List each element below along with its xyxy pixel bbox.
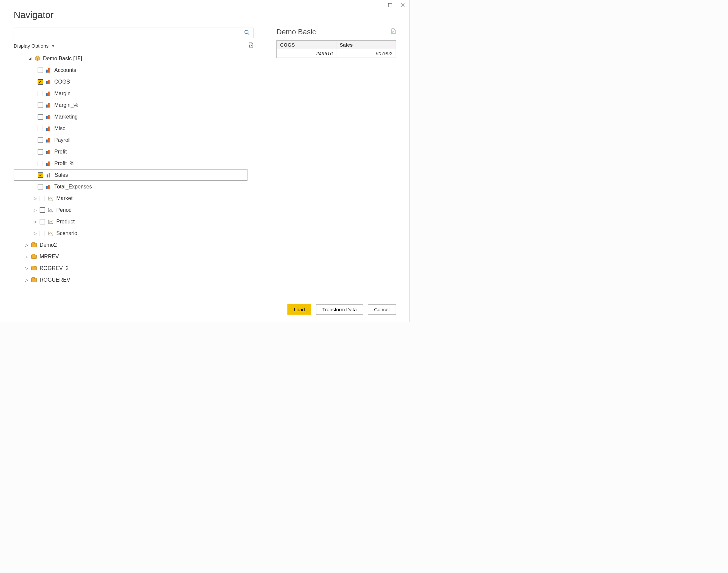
- bar-chart-icon: [46, 173, 52, 177]
- bar-chart-icon: [46, 185, 52, 189]
- checkbox[interactable]: [38, 161, 43, 166]
- bar-chart-icon: [46, 161, 52, 166]
- folder-icon: [31, 243, 37, 247]
- tree-item-label: Accounts: [54, 67, 76, 73]
- tree-item[interactable]: COGS: [14, 76, 248, 88]
- tree-item[interactable]: ▷ Scenario: [14, 227, 248, 239]
- expand-arrow-icon[interactable]: ▷: [24, 254, 28, 259]
- bar-chart-icon: [46, 138, 52, 143]
- folder-icon: [31, 266, 37, 270]
- svg-rect-20: [48, 150, 50, 154]
- maximize-icon[interactable]: [387, 2, 393, 8]
- preview-title: Demo Basic: [276, 28, 316, 36]
- svg-rect-26: [48, 185, 50, 189]
- svg-rect-25: [46, 186, 48, 189]
- refresh-icon[interactable]: [248, 42, 253, 49]
- tree-item-label: Sales: [55, 172, 68, 178]
- preview-refresh-icon[interactable]: [391, 28, 396, 36]
- checkbox[interactable]: [40, 196, 45, 201]
- tree-item[interactable]: ▷ Market: [14, 193, 248, 204]
- hierarchy-icon: [48, 196, 54, 201]
- preview-col-header: Sales: [336, 41, 396, 49]
- svg-rect-23: [47, 174, 48, 177]
- checkbox[interactable]: [40, 231, 45, 236]
- tree-item[interactable]: Marketing: [14, 111, 248, 122]
- tree-item[interactable]: Margin_%: [14, 99, 248, 111]
- tree-item-label: Misc: [54, 125, 65, 132]
- expand-arrow-icon[interactable]: ▷: [33, 231, 37, 236]
- tree-item[interactable]: Sales: [14, 169, 248, 181]
- expand-arrow-icon[interactable]: ▷: [24, 266, 28, 271]
- svg-rect-14: [48, 115, 50, 119]
- tree-item[interactable]: Margin: [14, 88, 248, 99]
- bar-chart-icon: [46, 126, 52, 131]
- left-pane: Display Options ▼ ◢ Demo.Basic [15] Ac: [14, 28, 253, 298]
- checkbox[interactable]: [38, 91, 43, 96]
- checkbox[interactable]: [40, 219, 45, 224]
- tree-folder[interactable]: ▷ ROGUEREV: [14, 274, 248, 286]
- preview-cell: 249616: [277, 49, 336, 58]
- cancel-button[interactable]: Cancel: [368, 304, 396, 315]
- transform-data-button[interactable]: Transform Data: [316, 304, 363, 315]
- tree-root-label: Demo.Basic [15]: [43, 56, 82, 62]
- tree-folder[interactable]: ▷ ROGREV_2: [14, 262, 248, 274]
- tree-item[interactable]: Payroll: [14, 134, 248, 146]
- svg-rect-7: [46, 81, 48, 84]
- tree-item[interactable]: Total_Expenses: [14, 181, 248, 193]
- expand-arrow-icon[interactable]: ▷: [33, 196, 37, 201]
- tree-folder-label: MRREV: [40, 254, 59, 260]
- tree-item-label: Payroll: [54, 137, 70, 143]
- dialog-footer: Load Transform Data Cancel: [0, 298, 409, 322]
- checkbox[interactable]: [38, 138, 43, 143]
- checkbox[interactable]: [38, 184, 43, 190]
- dialog-title: Navigator: [0, 8, 409, 28]
- hierarchy-icon: [48, 219, 54, 224]
- tree-item[interactable]: Profit_%: [14, 157, 248, 169]
- expand-arrow-icon[interactable]: ▷: [24, 243, 28, 247]
- svg-rect-9: [46, 93, 48, 96]
- tree-folder[interactable]: ▷ Demo2: [14, 239, 248, 251]
- chevron-down-icon: ▼: [51, 44, 55, 48]
- checkbox[interactable]: [38, 126, 43, 131]
- hierarchy-icon: [48, 231, 54, 236]
- load-button[interactable]: Load: [288, 304, 311, 315]
- checkbox[interactable]: [38, 149, 43, 154]
- tree-item[interactable]: Accounts: [14, 64, 248, 76]
- expand-arrow-icon[interactable]: ▷: [33, 208, 37, 212]
- svg-rect-13: [46, 116, 48, 119]
- nav-tree[interactable]: ◢ Demo.Basic [15] Accounts COGS Margin M…: [14, 53, 253, 298]
- checkbox[interactable]: [38, 79, 43, 85]
- checkbox[interactable]: [38, 114, 43, 119]
- expand-arrow-icon[interactable]: ▷: [33, 219, 37, 224]
- tree-item[interactable]: ▷ Product: [14, 216, 248, 227]
- bar-chart-icon: [46, 150, 52, 154]
- collapse-arrow-icon[interactable]: ◢: [28, 56, 32, 61]
- search-icon[interactable]: [244, 30, 250, 37]
- tree-item-label: Market: [56, 196, 72, 201]
- close-icon[interactable]: [400, 2, 405, 8]
- expand-arrow-icon[interactable]: ▷: [24, 278, 28, 282]
- bar-chart-icon: [46, 80, 52, 84]
- svg-rect-16: [48, 126, 50, 131]
- search-input-wrapper[interactable]: [14, 28, 253, 38]
- tree-item-label: Margin_%: [54, 102, 78, 108]
- tree-item[interactable]: Profit: [14, 146, 248, 157]
- tree-root[interactable]: ◢ Demo.Basic [15]: [14, 53, 248, 64]
- svg-rect-24: [49, 173, 50, 177]
- tree-item[interactable]: ▷ Period: [14, 204, 248, 216]
- display-options-dropdown[interactable]: Display Options ▼: [14, 43, 55, 49]
- svg-rect-8: [48, 80, 50, 84]
- checkbox[interactable]: [38, 172, 43, 178]
- checkbox[interactable]: [40, 207, 45, 213]
- svg-line-4: [248, 33, 249, 35]
- checkbox[interactable]: [38, 103, 43, 108]
- tree-folder-label: ROGUEREV: [40, 277, 70, 283]
- tree-item[interactable]: Misc: [14, 122, 248, 134]
- svg-rect-19: [46, 151, 48, 154]
- tree-item-label: Total_Expenses: [54, 184, 92, 190]
- bar-chart-icon: [46, 103, 52, 108]
- checkbox[interactable]: [38, 67, 43, 73]
- bar-chart-icon: [46, 91, 52, 96]
- search-input[interactable]: [17, 30, 244, 36]
- tree-folder[interactable]: ▷ MRREV: [14, 251, 248, 262]
